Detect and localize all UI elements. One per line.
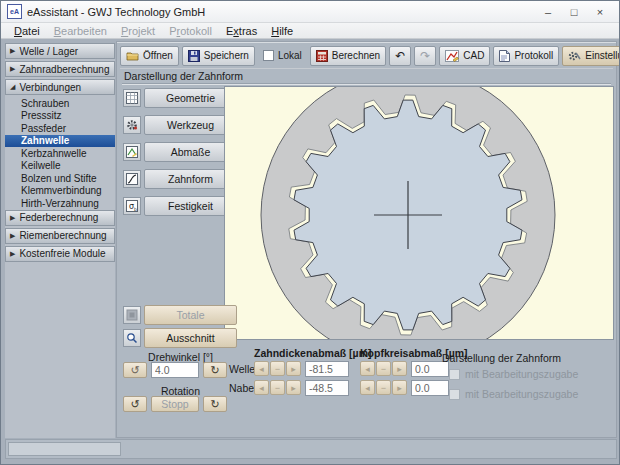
nabe-tip-stepper: ◂ − ▸ (360, 380, 407, 395)
menu-datei[interactable]: Datei (7, 25, 47, 37)
local-checkbox-group[interactable]: Lokal (258, 46, 307, 66)
maximize-button[interactable]: □ (561, 3, 587, 21)
step-max-button: ▸ (286, 361, 301, 376)
module-sidebar: ▶ Welle / Lager ▶ Zahnradberechnung ◢ Ve… (5, 43, 115, 438)
rotation-ccw-button[interactable]: ↺ (123, 396, 147, 412)
tools-icon (568, 50, 581, 62)
rotate-ccw-step-button: ↺ (123, 362, 147, 378)
folder-icon (126, 50, 139, 61)
welle-thickness-input[interactable] (305, 361, 349, 377)
rotation-cw-button[interactable]: ↻ (203, 396, 227, 412)
step-max-button: ▸ (392, 361, 407, 376)
zahndickenabmass-header: Zahndickenabmaß [µm] (254, 347, 371, 359)
calculate-label: Berechnen (332, 50, 380, 61)
undo-button[interactable]: ↶ (389, 46, 411, 66)
sidebar-section-riemenberechnung[interactable]: ▶ Riemenberechnung (5, 228, 115, 244)
status-cell (8, 442, 121, 456)
sidebar-item-list: Schrauben Presssitz Passfeder Zahnwelle … (5, 97, 115, 210)
sigma-icon: σb (123, 197, 141, 215)
menu-extras[interactable]: Extras (219, 25, 264, 37)
chevron-right-icon: ▶ (10, 250, 15, 258)
protocol-label: Protokoll (514, 50, 553, 61)
open-button[interactable]: Öffnen (120, 46, 179, 66)
full-view-icon (123, 306, 141, 324)
settings-label: Einstellungen (585, 50, 620, 61)
chevron-right-icon: ▶ (10, 232, 15, 240)
minimize-button[interactable]: – (535, 3, 561, 21)
menu-projekt: Projekt (114, 25, 162, 37)
close-button[interactable]: × (587, 3, 613, 21)
cad-button[interactable]: CAD (439, 46, 490, 66)
group-title: Darstellung der Zahnform (124, 70, 243, 82)
drehwinkel-input[interactable] (151, 362, 199, 378)
sidebar-item-bolzen-und-stifte[interactable]: Bolzen und Stifte (5, 172, 115, 185)
step-max-button: ▸ (286, 380, 301, 395)
sidebar-section-welle-lager[interactable]: ▶ Welle / Lager (5, 43, 115, 59)
section-label: Zahnradberechnung (19, 64, 109, 75)
redo-arrow-icon: ↷ (420, 50, 430, 62)
welle-tip-stepper: ◂ − ▸ (360, 361, 407, 376)
welle-thickness-stepper: ◂ − ▸ (254, 361, 301, 376)
app-icon: eA (7, 4, 22, 19)
bearbeitungszugabe-option-2: mit Bearbeitungszugabe (449, 388, 578, 400)
rotate-ccw-icon: ↺ (130, 364, 139, 377)
protocol-button[interactable]: Protokoll (493, 46, 559, 66)
step-mid-button: − (376, 380, 391, 395)
settings-button[interactable]: Einstellungen (562, 46, 620, 66)
chevron-right-icon: ▶ (10, 65, 15, 73)
nabe-row-label: Nabe (229, 382, 254, 394)
nabe-tip-input[interactable] (411, 380, 449, 396)
section-label: Kostenfreie Module (19, 248, 105, 259)
step-min-button: ◂ (360, 380, 375, 395)
calculate-button[interactable]: Berechnen (310, 46, 386, 66)
save-button[interactable]: Speichern (182, 46, 255, 66)
chevron-right-icon: ▶ (10, 47, 15, 55)
sidebar-item-kerbzahnwelle[interactable]: Kerbzahnwelle (5, 147, 115, 160)
bearbeitungszugabe-option-1: mit Bearbeitungszugabe (449, 368, 578, 380)
zahnform-canvas[interactable] (224, 86, 614, 340)
sidebar-section-kostenfreie-module[interactable]: ▶ Kostenfreie Module (5, 246, 115, 262)
main-panel: Öffnen Speichern Lokal Berechnen ↶ ↷ CAD (116, 41, 617, 438)
document-icon (499, 50, 510, 62)
step-min-button: ◂ (254, 361, 269, 376)
cad-label: CAD (463, 50, 484, 61)
divider (122, 83, 611, 84)
nabe-thickness-input[interactable] (305, 380, 349, 396)
calculator-icon (316, 50, 328, 62)
step-mid-button: − (376, 361, 391, 376)
checkbox-icon (449, 389, 460, 400)
sidebar-section-zahnradberechnung[interactable]: ▶ Zahnradberechnung (5, 61, 115, 77)
sidebar-item-hirth-verzahnung[interactable]: Hirth-Verzahnung (5, 197, 115, 210)
rotate-cw-icon: ↻ (210, 364, 219, 377)
welle-row-label: Welle (229, 363, 255, 375)
sidebar-item-schrauben[interactable]: Schrauben (5, 97, 115, 110)
floppy-disk-icon (188, 50, 200, 62)
undo-arrow-icon: ↶ (395, 50, 405, 62)
sidebar-item-klemmverbindung[interactable]: Klemmverbindung (5, 185, 115, 198)
local-label: Lokal (278, 50, 302, 61)
display-options-title: Darstellung der Zahnform (442, 352, 561, 364)
sidebar-section-federberechnung[interactable]: ▶ Federberechnung (5, 210, 115, 226)
menu-bar: Datei Bearbeiten Projekt Protokoll Extra… (1, 23, 619, 39)
sidebar-item-passfeder[interactable]: Passfeder (5, 122, 115, 135)
step-mid-button: − (270, 380, 285, 395)
rotate-cw-icon: ↻ (210, 398, 219, 411)
gear-icon (123, 116, 141, 134)
section-label: Federberechnung (19, 212, 98, 223)
grid-icon (123, 89, 141, 107)
sidebar-item-keilwelle[interactable]: Keilwelle (5, 160, 115, 173)
menu-hilfe[interactable]: Hilfe (264, 25, 300, 37)
section-label: Riemenberechnung (19, 230, 106, 241)
step-min-button: ◂ (360, 361, 375, 376)
app-window: eA eAssistant - GWJ Technology GmbH – □ … (0, 0, 620, 465)
gear-drawing (225, 87, 613, 339)
step-max-button: ▸ (392, 380, 407, 395)
section-label: Verbindungen (19, 82, 81, 93)
sidebar-section-verbindungen[interactable]: ◢ Verbindungen (5, 79, 115, 95)
sidebar-item-presssitz[interactable]: Presssitz (5, 110, 115, 123)
ausschnitt-button[interactable]: Ausschnitt (144, 328, 237, 348)
rotate-cw-step-button[interactable]: ↻ (203, 362, 227, 378)
sidebar-item-zahnwelle[interactable]: Zahnwelle (5, 135, 115, 148)
local-checkbox[interactable] (263, 50, 274, 61)
title-bar[interactable]: eA eAssistant - GWJ Technology GmbH – □ … (1, 1, 619, 23)
